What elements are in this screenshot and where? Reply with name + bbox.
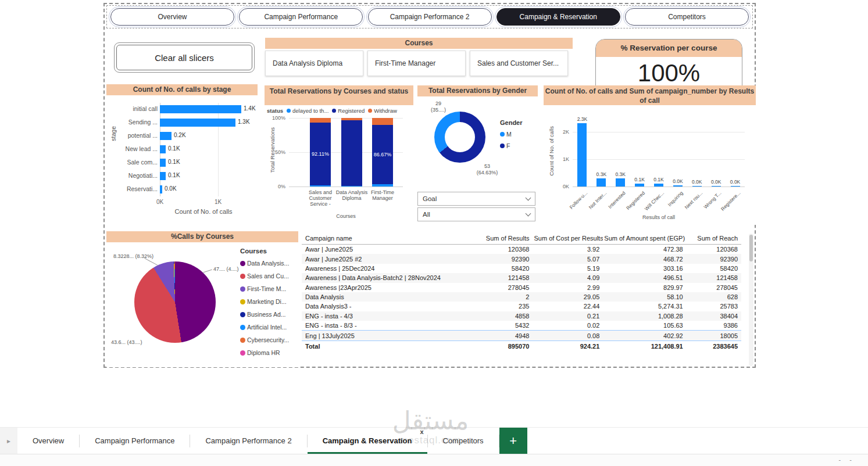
- bar[interactable]: [673, 185, 683, 187]
- nav-button-competitors[interactable]: Competitors: [625, 8, 749, 26]
- table-row[interactable]: Awareness |23Apr20252780452.99829.972780…: [302, 283, 741, 292]
- stacked-bar[interactable]: 92.11%: [310, 118, 331, 187]
- legend-label: First-Time M...: [247, 285, 286, 292]
- nav-button-overview[interactable]: Overview: [110, 8, 234, 26]
- bar[interactable]: [712, 186, 721, 187]
- y-tick-label: 0K: [552, 184, 569, 189]
- value-label: 0.1K: [168, 172, 180, 178]
- bar[interactable]: [160, 185, 162, 193]
- course-slicer-item[interactable]: First-Time Manager: [367, 51, 466, 76]
- column-header[interactable]: Sum of Results: [478, 232, 533, 245]
- bar[interactable]: [160, 172, 166, 180]
- bar[interactable]: [692, 186, 702, 187]
- legend-item: First-Time M...: [240, 282, 289, 295]
- legend-item: Marketing Di...: [240, 295, 289, 308]
- legend-item: Data Analysis...: [240, 257, 289, 270]
- goal-slicer-header[interactable]: Goal: [417, 192, 535, 206]
- bar-segment[interactable]: 86.67%: [372, 125, 393, 184]
- page-tab-overview[interactable]: Overview: [17, 428, 79, 454]
- legend-item: Registered: [332, 107, 365, 114]
- bar[interactable]: [160, 132, 172, 140]
- table-cell: 235: [478, 302, 533, 311]
- table-row[interactable]: Awareness | 25Dec2024584205.19303.165842…: [302, 264, 741, 273]
- x-tick-label: 1K: [215, 199, 222, 205]
- legend-label: delayed to th...: [292, 107, 328, 114]
- bar[interactable]: [160, 145, 166, 153]
- legend: GenderMF: [500, 119, 523, 152]
- page-tab-campaign-reservation[interactable]: Campaign & Reservationx: [308, 428, 427, 454]
- table-cell: 402.92: [603, 331, 686, 340]
- table-cell: 1,008.28: [603, 311, 686, 321]
- bar[interactable]: [160, 119, 235, 127]
- bar-segment[interactable]: [341, 120, 362, 187]
- column-header[interactable]: Sum of Amount spent (EGP): [603, 232, 686, 245]
- value-label: 0.0K: [730, 179, 741, 185]
- course-slicer-item[interactable]: Data Analysis Diploma: [265, 51, 363, 76]
- value-label: 1.3K: [238, 119, 250, 125]
- column-header[interactable]: Campaign name: [302, 232, 478, 245]
- table-row[interactable]: Data Analysis229.0558.10628: [302, 292, 741, 302]
- bar-row: initial call1.4K: [106, 103, 258, 116]
- table-cell: 2: [478, 292, 533, 302]
- bar-data-label: 92.11%: [310, 151, 331, 157]
- bar[interactable]: [654, 184, 663, 187]
- nav-button-campaign-performance-2[interactable]: Campaign Performance 2: [368, 8, 492, 26]
- bar-segment[interactable]: [372, 118, 393, 125]
- y-tick-label: 2K: [552, 129, 569, 135]
- bar[interactable]: [596, 178, 606, 187]
- courses-slicer-items: Data Analysis DiplomaFirst-Time ManagerS…: [265, 51, 573, 76]
- table-row[interactable]: Awareness | Data Analysis-Batch2 | 28Nov…: [302, 273, 741, 282]
- bar[interactable]: [635, 184, 644, 187]
- stacked-bar[interactable]: [341, 118, 362, 187]
- bar-segment[interactable]: 92.11%: [310, 123, 331, 186]
- bar[interactable]: [160, 105, 241, 113]
- nav-button-campaign-performance[interactable]: Campaign Performance: [239, 8, 363, 26]
- bar-segment[interactable]: [310, 118, 331, 123]
- status-strip: - -: [0, 454, 868, 466]
- page-nav-arrow-icon[interactable]: ▸: [0, 428, 17, 454]
- table-row[interactable]: Awar | June20251203683.92472.38120368: [302, 245, 741, 254]
- total-cell: 121,408.91: [603, 340, 686, 351]
- goal-slicer-label: Goal: [423, 195, 437, 202]
- value-label: 0.0K: [165, 185, 177, 192]
- y-tick-label: 0%: [268, 184, 285, 189]
- page-tab-campaign-performance-2[interactable]: Campaign Performance 2: [190, 428, 306, 454]
- x-category-label: Not Inter...: [588, 190, 608, 210]
- page-tab-competitors[interactable]: Competitors: [428, 428, 499, 454]
- table-row[interactable]: ENG - insta - 4/348580.211,008.2838404: [302, 311, 741, 321]
- calls-by-stage-title: Count of No. of calls by stage: [106, 84, 258, 95]
- callout-line-icon: [203, 270, 212, 273]
- nav-button-campaign-reservation[interactable]: Campaign & Reservation: [496, 8, 620, 26]
- value-label: 0.0K: [711, 179, 721, 185]
- column-header[interactable]: Sum of Reach: [687, 232, 741, 245]
- table-row[interactable]: Eng | 13July202549480.08402.9218005: [302, 331, 741, 340]
- legend-dot-icon: [368, 109, 372, 113]
- bar[interactable]: [616, 178, 625, 187]
- table-cell: 58420: [478, 264, 533, 273]
- bar-segment[interactable]: [341, 118, 362, 120]
- slice-label-line: (64.63%): [471, 170, 503, 176]
- table-scrollbar-thumb[interactable]: [749, 235, 753, 261]
- table-row[interactable]: Data Analysis3 -23522.445,274.3125783: [302, 302, 741, 311]
- bar[interactable]: [160, 159, 166, 167]
- tab-close-icon[interactable]: x: [420, 429, 423, 435]
- pie-chart[interactable]: [134, 261, 216, 343]
- donut-chart[interactable]: [434, 112, 485, 163]
- add-page-button[interactable]: +: [499, 428, 527, 454]
- gridline: [573, 159, 745, 160]
- page-tab-campaign-performance[interactable]: Campaign Performance: [80, 428, 190, 454]
- table-cell: 468.72: [603, 254, 686, 263]
- x-axis-line: [289, 187, 403, 187]
- goal-slicer-value[interactable]: All: [417, 207, 535, 221]
- column-header[interactable]: Sum of Cost per Results: [533, 232, 603, 245]
- legend-title: Gender: [500, 119, 523, 126]
- table-row[interactable]: Awar | June2025 #2923905.07468.7292390: [302, 254, 741, 263]
- stacked-bar[interactable]: 86.67%: [372, 118, 393, 187]
- bar[interactable]: [731, 186, 740, 187]
- bar[interactable]: [577, 123, 587, 187]
- table-row[interactable]: ENG - insta - 8/3 -54320.02105.639386: [302, 321, 741, 331]
- table-cell: 628: [687, 292, 741, 302]
- bar-row: potential ...0.2K: [106, 130, 258, 143]
- course-slicer-item[interactable]: Sales and Customer Ser...: [470, 51, 568, 76]
- clear-all-slicers-button[interactable]: Clear all slicers: [114, 42, 255, 73]
